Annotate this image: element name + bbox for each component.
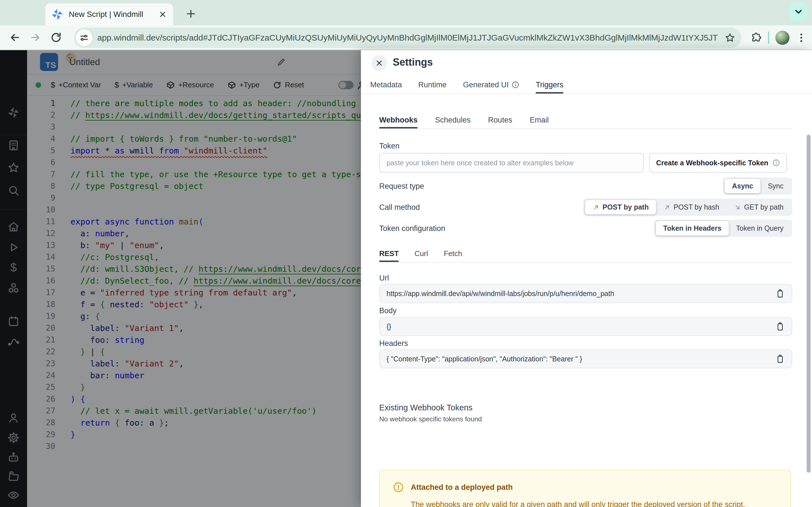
extensions-icon[interactable] (751, 32, 762, 43)
example-tab-fetch[interactable]: Fetch (444, 245, 462, 262)
headers-field[interactable]: { "Content-Type": "application/json", "A… (379, 349, 792, 369)
bookmark-star-icon[interactable] (725, 33, 735, 43)
segment-option-token-in-headers[interactable]: Token in Headers (656, 221, 729, 235)
address-bar[interactable]: app.windmill.dev/scripts/add#JTdCJTIyaGF… (74, 27, 742, 48)
copy-to-clipboard-icon[interactable] (775, 354, 785, 363)
back-icon[interactable] (9, 32, 21, 43)
info-icon (511, 81, 519, 89)
trigger-tab-routes[interactable]: Routes (488, 112, 512, 128)
token-configuration-label: Token configuration (379, 224, 445, 233)
warning-body: The webhooks are only valid for a given … (393, 500, 777, 507)
arrow-up-right-icon (663, 204, 671, 211)
example-tab-rest[interactable]: REST (379, 245, 399, 262)
settings-drawer: Settings MetadataRuntimeGenerated UITrig… (361, 50, 812, 507)
url-label: Url (379, 274, 389, 283)
browser-toolbar: app.windmill.dev/scripts/add#JTdCJTIyaGF… (0, 25, 812, 50)
window-chevron-button[interactable] (789, 2, 808, 21)
request-type-label: Request type (379, 182, 424, 191)
call-method-segment: POST by pathPOST by hashGET by path (583, 199, 792, 216)
info-icon (772, 159, 780, 167)
create-webhook-token-button[interactable]: Create a Webhook-specific Token (649, 153, 787, 173)
headers-value: { "Content-Type": "application/json", "A… (387, 355, 770, 363)
tab-close-icon[interactable] (157, 9, 168, 20)
copy-to-clipboard-icon[interactable] (775, 322, 785, 331)
tab-title: New Script | Windmill (69, 10, 157, 19)
request-type-segment: AsyncSync (723, 177, 792, 194)
trigger-tab-schedules[interactable]: Schedules (435, 112, 470, 128)
url-field[interactable]: https://app.windmill.dev/api/w/windmill-… (379, 284, 792, 303)
token-input[interactable] (379, 153, 644, 173)
browser-window: New Script | Windmill app.windmill.dev/s… (0, 0, 812, 507)
segment-option-post-by-path[interactable]: POST by path (585, 200, 656, 214)
url-text: app.windmill.dev/scripts/add#JTdCJTIyaGF… (97, 33, 718, 43)
close-settings-button[interactable] (371, 55, 387, 71)
reload-icon[interactable] (50, 32, 62, 43)
existing-tokens-empty: No webhook specific tokens found (379, 415, 482, 423)
tab-metadata[interactable]: Metadata (370, 76, 402, 94)
profile-avatar[interactable] (775, 31, 790, 45)
trigger-tab-email[interactable]: Email (530, 112, 549, 128)
drawer-backdrop[interactable] (0, 50, 361, 507)
body-label: Body (379, 306, 397, 315)
segment-option-sync[interactable]: Sync (760, 179, 791, 193)
forward-icon[interactable] (29, 32, 41, 43)
tab-runtime[interactable]: Runtime (418, 76, 447, 94)
new-tab-button[interactable] (183, 6, 199, 21)
token-config-segment: Token in HeadersToken in Query (654, 220, 792, 237)
windmill-app: $ TS Untitled $+Context Var$+Variable+Re… (0, 50, 812, 507)
windmill-favicon (50, 7, 64, 21)
existing-tokens-title: Existing Webhook Tokens (379, 403, 472, 412)
trigger-tabs: WebhooksSchedulesRoutesEmail (379, 112, 792, 129)
browser-menu-icon[interactable] (796, 32, 807, 43)
trigger-tab-webhooks[interactable]: Webhooks (379, 112, 417, 128)
browser-tab[interactable]: New Script | Windmill (45, 3, 173, 25)
drawer-scrollbar[interactable] (807, 135, 811, 473)
body-field[interactable]: {} (379, 317, 792, 336)
example-tab-curl[interactable]: Curl (414, 245, 428, 262)
arrow-down-right-icon (734, 204, 741, 211)
tab-triggers[interactable]: Triggers (536, 76, 563, 94)
call-method-label: Call method (379, 203, 420, 212)
copy-to-clipboard-icon[interactable] (775, 289, 785, 298)
body-value: {} (387, 323, 770, 331)
segment-option-async[interactable]: Async (725, 179, 760, 193)
arrow-up-right-icon (592, 204, 600, 211)
warning-title: Attached to a deployed path (411, 483, 513, 492)
url-value: https://app.windmill.dev/api/w/windmill-… (387, 290, 770, 298)
headers-label: Headers (379, 339, 408, 348)
segment-option-token-in-query[interactable]: Token in Query (729, 221, 791, 235)
toolbar-separator (768, 32, 769, 44)
example-tabs: RESTCurlFetch (379, 245, 792, 263)
triggers-panel: WebhooksSchedulesRoutesEmail Token Creat… (361, 95, 812, 507)
warning-icon (393, 482, 404, 493)
settings-title: Settings (393, 56, 433, 68)
tab-generated-ui[interactable]: Generated UI (463, 76, 519, 94)
segment-option-post-by-hash[interactable]: POST by hash (656, 200, 726, 214)
deployed-path-warning: Attached to a deployed path The webhooks… (379, 470, 791, 507)
token-label: Token (379, 142, 400, 151)
segment-option-get-by-path[interactable]: GET by path (726, 200, 791, 214)
browser-tabstrip: New Script | Windmill (0, 0, 812, 25)
settings-tabs: MetadataRuntimeGenerated UITriggers (361, 76, 812, 94)
site-settings-icon[interactable] (76, 30, 92, 46)
